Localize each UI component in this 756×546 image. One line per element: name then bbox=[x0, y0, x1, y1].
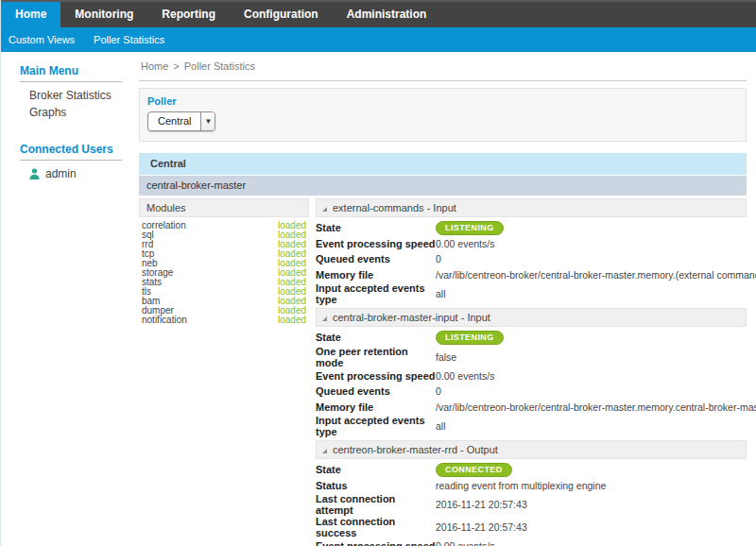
detail-label: Queued events bbox=[316, 385, 436, 397]
detail-value: /var/lib/centreon-broker/central-broker-… bbox=[436, 401, 756, 413]
section-rows-centreon-broker-master-rrd-output: StateCONNECTEDStatusreading event from m… bbox=[316, 459, 747, 546]
sidebar-section-connected-users: Connected Users admin bbox=[12, 143, 129, 180]
detail-label: Input accepted events type bbox=[316, 282, 436, 305]
centreon-app: HomeMonitoringReportingConfigurationAdmi… bbox=[0, 0, 756, 546]
detail-row: Event processing speed0.00 events/s bbox=[316, 236, 747, 252]
detail-value: all bbox=[436, 420, 446, 432]
top-tab-monitoring[interactable]: Monitoring bbox=[60, 2, 147, 27]
detail-label: Event processing speed bbox=[316, 238, 436, 249]
top-tab-home[interactable]: Home bbox=[1, 2, 60, 27]
top-tab-configuration[interactable]: Configuration bbox=[230, 2, 333, 27]
endpoint-sections-column: external-commands - InputStateLISTENINGE… bbox=[316, 198, 747, 546]
top-navigation: HomeMonitoringReportingConfigurationAdmi… bbox=[1, 0, 756, 27]
sidebar-section-main-menu: Main Menu Broker StatisticsGraphs bbox=[12, 64, 129, 120]
detail-row: StateLISTENING bbox=[316, 330, 747, 346]
section-title: centreon-broker-master-rrd - Output bbox=[333, 444, 498, 455]
detail-label: Input accepted events type bbox=[316, 415, 436, 437]
collapse-triangle-icon bbox=[322, 316, 327, 321]
detail-value: 0 bbox=[436, 385, 441, 397]
detail-value: false bbox=[436, 351, 456, 363]
detail-value: 2016-11-21 20:57:43 bbox=[436, 521, 527, 533]
detail-label: State bbox=[316, 464, 436, 475]
section-rows-central-broker-master-input-input: StateLISTENINGOne peer retention modefal… bbox=[316, 327, 747, 440]
state-badge: CONNECTED bbox=[436, 463, 512, 477]
section-title: central-broker-master-input - Input bbox=[333, 312, 490, 323]
section-header-centreon-broker-master-rrd-output[interactable]: centreon-broker-master-rrd - Output bbox=[316, 440, 747, 459]
divider bbox=[20, 160, 122, 161]
sub-navigation: Custom ViewsPoller Statistics bbox=[1, 27, 756, 52]
detail-row: Statusreading event from multiplexing en… bbox=[316, 478, 747, 494]
detail-label: Last connection success bbox=[316, 516, 436, 538]
poller-label: Poller bbox=[147, 95, 736, 107]
sidebar-item-broker-statistics[interactable]: Broker Statistics bbox=[29, 89, 129, 103]
section-header-central-broker-master-input-input[interactable]: central-broker-master-input - Input bbox=[316, 308, 747, 327]
divider bbox=[20, 81, 122, 82]
state-badge: LISTENING bbox=[436, 221, 504, 235]
detail-row: Last connection success2016-11-21 20:57:… bbox=[316, 516, 747, 538]
detail-label: Last connection attempt bbox=[316, 493, 436, 516]
subnav-item-poller-statistics[interactable]: Poller Statistics bbox=[84, 27, 174, 52]
top-tabs: HomeMonitoringReportingConfigurationAdmi… bbox=[1, 2, 440, 27]
sidebar-menu-items: Broker StatisticsGraphs bbox=[12, 89, 129, 120]
sidebar-user-list: admin bbox=[12, 167, 129, 180]
sidebar-item-graphs[interactable]: Graphs bbox=[29, 106, 129, 120]
breadcrumb-separator: > bbox=[168, 60, 183, 72]
poller-select-value: Central bbox=[148, 112, 200, 130]
detail-row: Memory file/var/lib/centreon-broker/cent… bbox=[316, 267, 747, 283]
detail-row: Input accepted events typeall bbox=[316, 415, 747, 437]
detail-row: Input accepted events typeall bbox=[316, 282, 747, 305]
detail-label: State bbox=[316, 222, 436, 233]
detail-value: 0.00 events/s bbox=[436, 238, 494, 249]
module-row-notification: notificationloaded bbox=[142, 316, 306, 325]
section-rows-external-commands-input: StateLISTENINGEvent processing speed0.00… bbox=[316, 217, 747, 308]
detail-row: Memory file/var/lib/centreon-broker/cent… bbox=[316, 400, 747, 416]
detail-row: Event processing speed0.00 events/s bbox=[316, 368, 747, 384]
poller-filter-panel: Poller Central ▼ bbox=[139, 88, 747, 142]
state-badge: LISTENING bbox=[436, 331, 504, 345]
detail-value: /var/lib/centreon-broker/central-broker-… bbox=[436, 269, 756, 281]
detail-row: One peer retention modefalse bbox=[316, 346, 747, 368]
person-icon bbox=[29, 168, 40, 179]
collapse-triangle-icon bbox=[322, 207, 327, 212]
broker-name: central-broker-master bbox=[139, 176, 747, 196]
section-header-external-commands-input[interactable]: external-commands - Input bbox=[316, 198, 747, 217]
main-content: Home>Poller Statistics Poller Central ▼ … bbox=[129, 52, 756, 546]
detail-label: One peer retention mode bbox=[316, 346, 436, 368]
breadcrumb-link-home[interactable]: Home bbox=[141, 60, 168, 72]
detail-value: all bbox=[436, 288, 446, 299]
connected-user-admin: admin bbox=[29, 167, 129, 180]
detail-row: Queued events0 bbox=[316, 251, 747, 267]
sidebar: Main Menu Broker StatisticsGraphs Connec… bbox=[1, 52, 129, 180]
detail-row: Last connection attempt2016-11-21 20:57:… bbox=[316, 493, 747, 516]
detail-label: Queued events bbox=[316, 253, 436, 264]
breadcrumb: Home>Poller Statistics bbox=[139, 58, 747, 81]
detail-value: reading event from multiplexing engine bbox=[436, 480, 606, 491]
detail-label: Status bbox=[316, 480, 436, 491]
subnav-item-custom-views[interactable]: Custom Views bbox=[9, 27, 84, 52]
sidebar-heading-main-menu: Main Menu bbox=[20, 64, 129, 77]
detail-value: 0.00 events/s bbox=[436, 370, 494, 382]
detail-row: Event processing speed0.00 events/s bbox=[316, 538, 747, 546]
top-tab-administration[interactable]: Administration bbox=[333, 2, 441, 27]
module-status: loaded bbox=[278, 316, 306, 325]
modules-column: Modules correlationloadedsqlloadedrrdloa… bbox=[139, 198, 309, 325]
detail-label: Event processing speed bbox=[316, 370, 436, 382]
detail-value: 0 bbox=[436, 253, 441, 264]
detail-row: Queued events0 bbox=[316, 384, 747, 400]
poller-select[interactable]: Central ▼ bbox=[147, 111, 215, 131]
detail-label: Memory file bbox=[316, 401, 436, 413]
poller-stats-panel: Central central-broker-master Modules co… bbox=[139, 153, 747, 546]
collapse-triangle-icon bbox=[322, 449, 327, 453]
connected-user-name: admin bbox=[45, 167, 77, 180]
detail-row: StateLISTENING bbox=[316, 220, 747, 236]
breadcrumb-link-poller-statistics[interactable]: Poller Statistics bbox=[184, 60, 255, 72]
top-tab-reporting[interactable]: Reporting bbox=[147, 2, 230, 27]
detail-label: Event processing speed bbox=[316, 540, 436, 546]
modules-header: Modules bbox=[139, 198, 309, 217]
chevron-down-icon: ▼ bbox=[200, 112, 215, 130]
detail-value: 0.00 events/s bbox=[436, 540, 494, 546]
panel-title: Central bbox=[139, 153, 747, 175]
modules-list: correlationloadedsqlloadedrrdloadedtcplo… bbox=[139, 217, 309, 325]
section-title: external-commands - Input bbox=[333, 202, 456, 213]
detail-label: State bbox=[316, 332, 436, 343]
